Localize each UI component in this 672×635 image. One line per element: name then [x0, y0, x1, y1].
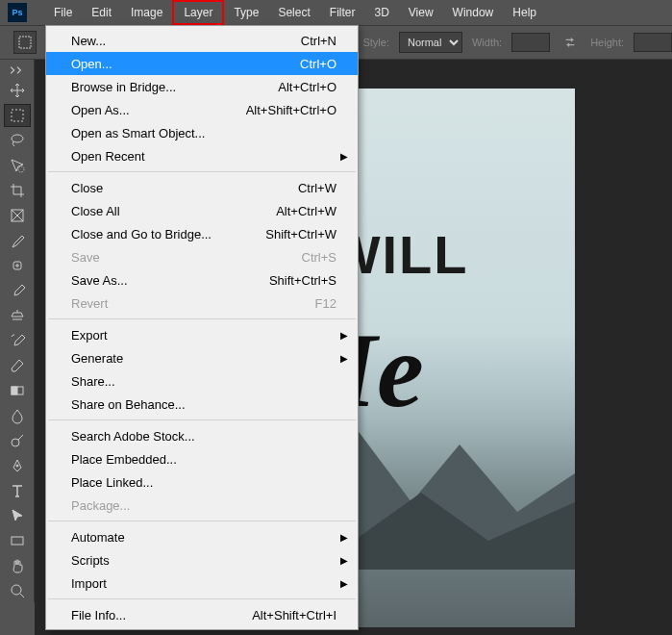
menu-browse-in-bridge[interactable]: Browse in Bridge...Alt+Ctrl+O — [46, 75, 358, 98]
crop-tool[interactable] — [4, 179, 31, 202]
menu-shortcut: Shift+Ctrl+W — [265, 227, 336, 241]
menu-close-and-go-to-bridge[interactable]: Close and Go to Bridge...Shift+Ctrl+W — [46, 222, 358, 245]
submenu-arrow-icon: ▶ — [340, 555, 348, 566]
menu-share[interactable]: Share... — [46, 369, 358, 393]
menu-new[interactable]: New...Ctrl+N — [46, 29, 358, 52]
menu-open-recent[interactable]: Open Recent▶ — [46, 144, 358, 167]
menu-open[interactable]: Open...Ctrl+O — [46, 52, 358, 75]
move-tool[interactable] — [4, 79, 31, 102]
dodge-tool[interactable] — [4, 429, 31, 452]
menu-package: Package... — [46, 494, 358, 517]
clone-stamp-tool[interactable] — [4, 304, 31, 327]
marquee-tool[interactable] — [4, 104, 31, 127]
width-input[interactable] — [511, 33, 550, 52]
menu-view[interactable]: View — [399, 2, 443, 23]
tools-panel — [0, 60, 35, 602]
collapse-icon[interactable] — [4, 64, 31, 77]
menu-export[interactable]: Export▶ — [46, 323, 358, 346]
menu-type[interactable]: Type — [224, 2, 268, 23]
brush-tool[interactable] — [4, 279, 31, 302]
menu-divider — [48, 171, 356, 172]
submenu-arrow-icon: ▶ — [340, 353, 348, 364]
style-label: Style: — [362, 37, 389, 48]
menu-label: Close and Go to Bridge... — [71, 227, 212, 241]
swap-icon[interactable] — [560, 32, 581, 53]
gradient-tool[interactable] — [4, 379, 31, 402]
menu-divider — [48, 419, 356, 420]
menu-share-on-behance[interactable]: Share on Behance... — [46, 393, 358, 416]
eraser-tool[interactable] — [4, 354, 31, 377]
menu-generate[interactable]: Generate▶ — [46, 346, 358, 369]
rectangle-tool[interactable] — [4, 529, 31, 552]
menu-label: Open Recent — [71, 149, 145, 164]
history-brush-tool[interactable] — [4, 329, 31, 352]
menu-shortcut: F12 — [315, 296, 336, 311]
menu-file[interactable]: File — [44, 2, 82, 23]
style-select[interactable]: Normal — [399, 32, 462, 53]
height-input[interactable] — [634, 33, 672, 52]
menu-label: Close All — [71, 204, 120, 218]
menu-label: Scripts — [71, 553, 110, 568]
submenu-arrow-icon: ▶ — [340, 151, 348, 162]
menu-label: Open... — [71, 57, 112, 71]
menu-label: Revert — [71, 296, 108, 311]
type-tool[interactable] — [4, 479, 31, 502]
menu-3d[interactable]: 3D — [364, 2, 398, 23]
menu-save-as[interactable]: Save As...Shift+Ctrl+S — [46, 268, 358, 292]
submenu-arrow-icon: ▶ — [340, 532, 348, 543]
menu-label: New... — [71, 34, 106, 48]
menu-label: Place Linked... — [71, 475, 153, 490]
menu-search-adobe-stock[interactable]: Search Adobe Stock... — [46, 424, 358, 447]
svg-point-8 — [12, 439, 19, 446]
hand-tool[interactable] — [4, 554, 31, 577]
menu-close[interactable]: CloseCtrl+W — [46, 176, 358, 199]
menu-label: Open as Smart Object... — [71, 126, 205, 140]
menu-edit[interactable]: Edit — [82, 2, 121, 23]
menu-divider — [48, 318, 356, 319]
menu-shortcut: Ctrl+N — [301, 34, 336, 48]
menu-help[interactable]: Help — [503, 2, 546, 23]
menu-automate[interactable]: Automate▶ — [46, 525, 358, 548]
menu-open-as[interactable]: Open As...Alt+Shift+Ctrl+O — [46, 98, 358, 121]
menu-label: Share... — [71, 374, 115, 389]
menu-shortcut: Alt+Ctrl+W — [276, 204, 336, 218]
eyedropper-tool[interactable] — [4, 229, 31, 252]
svg-rect-0 — [19, 37, 31, 48]
menu-open-as-smart-object[interactable]: Open as Smart Object... — [46, 121, 358, 144]
menu-scripts[interactable]: Scripts▶ — [46, 548, 358, 572]
menubar: Ps File Edit Image Layer Type Select Fil… — [0, 0, 672, 25]
ps-logo: Ps — [8, 3, 27, 22]
tool-preset-picker[interactable] — [13, 31, 37, 54]
menu-label: Search Adobe Stock... — [71, 429, 195, 444]
menu-window[interactable]: Window — [443, 2, 504, 23]
menu-file-info[interactable]: File Info...Alt+Shift+Ctrl+I — [46, 603, 358, 626]
svg-rect-7 — [12, 387, 17, 394]
menu-shortcut: Alt+Ctrl+O — [278, 80, 336, 94]
spot-heal-tool[interactable] — [4, 254, 31, 277]
menu-layer[interactable]: Layer — [172, 0, 224, 25]
menu-select[interactable]: Select — [268, 2, 319, 23]
menu-close-all[interactable]: Close AllAlt+Ctrl+W — [46, 199, 358, 222]
zoom-tool[interactable] — [4, 579, 31, 602]
menu-place-linked[interactable]: Place Linked... — [46, 470, 358, 494]
menu-label: Generate — [71, 351, 123, 366]
menu-shortcut: Ctrl+O — [300, 57, 336, 71]
menu-place-embedded[interactable]: Place Embedded... — [46, 447, 358, 470]
menu-import[interactable]: Import▶ — [46, 572, 358, 595]
svg-point-11 — [12, 585, 21, 595]
submenu-arrow-icon: ▶ — [340, 330, 348, 341]
pen-tool[interactable] — [4, 454, 31, 477]
svg-rect-1 — [12, 110, 23, 121]
menu-filter[interactable]: Filter — [320, 2, 365, 23]
menu-label: Save — [71, 250, 100, 265]
frame-tool[interactable] — [4, 204, 31, 227]
blur-tool[interactable] — [4, 404, 31, 427]
menu-image[interactable]: Image — [121, 2, 172, 23]
path-select-tool[interactable] — [4, 504, 31, 527]
menu-shortcut: Ctrl+W — [298, 181, 336, 195]
quick-select-tool[interactable] — [4, 154, 31, 177]
menu-label: Save As... — [71, 273, 128, 288]
menu-label: Open As... — [71, 103, 130, 117]
lasso-tool[interactable] — [4, 129, 31, 152]
menu-label: Automate — [71, 530, 125, 545]
